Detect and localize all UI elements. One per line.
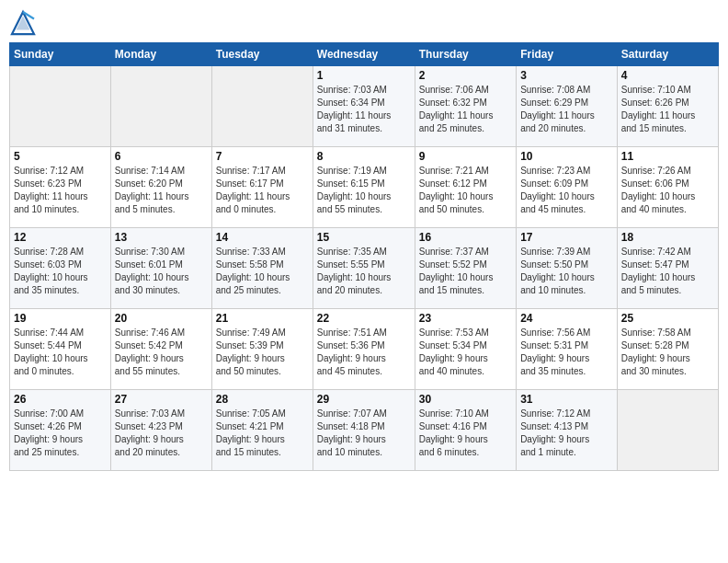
calendar-cell: 1Sunrise: 7:03 AM Sunset: 6:34 PM Daylig… <box>313 66 415 147</box>
calendar-week-row: 19Sunrise: 7:44 AM Sunset: 5:44 PM Dayli… <box>10 309 719 390</box>
day-info: Sunrise: 7:06 AM Sunset: 6:32 PM Dayligh… <box>419 84 512 135</box>
day-number: 10 <box>520 150 613 163</box>
weekday-header-monday: Monday <box>110 43 211 66</box>
page-header <box>9 9 719 37</box>
day-info: Sunrise: 7:37 AM Sunset: 5:52 PM Dayligh… <box>419 246 512 297</box>
day-info: Sunrise: 7:12 AM Sunset: 6:23 PM Dayligh… <box>14 165 107 216</box>
day-number: 3 <box>520 69 613 82</box>
day-info: Sunrise: 7:44 AM Sunset: 5:44 PM Dayligh… <box>14 327 107 378</box>
weekday-header-friday: Friday <box>517 43 618 66</box>
day-number: 26 <box>14 393 107 406</box>
calendar-cell: 7Sunrise: 7:17 AM Sunset: 6:17 PM Daylig… <box>211 147 313 228</box>
day-info: Sunrise: 7:28 AM Sunset: 6:03 PM Dayligh… <box>14 246 107 297</box>
calendar-cell: 27Sunrise: 7:03 AM Sunset: 4:23 PM Dayli… <box>110 390 211 471</box>
calendar-cell: 21Sunrise: 7:49 AM Sunset: 5:39 PM Dayli… <box>211 309 313 390</box>
calendar-cell: 17Sunrise: 7:39 AM Sunset: 5:50 PM Dayli… <box>517 228 618 309</box>
calendar-cell: 5Sunrise: 7:12 AM Sunset: 6:23 PM Daylig… <box>10 147 111 228</box>
day-info: Sunrise: 7:46 AM Sunset: 5:42 PM Dayligh… <box>115 327 208 378</box>
calendar-cell: 3Sunrise: 7:08 AM Sunset: 6:29 PM Daylig… <box>517 66 618 147</box>
day-number: 13 <box>115 231 208 244</box>
calendar-cell <box>110 66 211 147</box>
day-number: 25 <box>621 312 714 325</box>
day-number: 2 <box>419 69 512 82</box>
calendar-cell: 6Sunrise: 7:14 AM Sunset: 6:20 PM Daylig… <box>110 147 211 228</box>
day-info: Sunrise: 7:56 AM Sunset: 5:31 PM Dayligh… <box>520 327 613 378</box>
day-number: 7 <box>216 150 309 163</box>
calendar-cell: 28Sunrise: 7:05 AM Sunset: 4:21 PM Dayli… <box>211 390 313 471</box>
day-number: 16 <box>419 231 512 244</box>
day-info: Sunrise: 7:12 AM Sunset: 4:13 PM Dayligh… <box>520 408 613 459</box>
calendar-cell: 2Sunrise: 7:06 AM Sunset: 6:32 PM Daylig… <box>415 66 516 147</box>
calendar-cell: 19Sunrise: 7:44 AM Sunset: 5:44 PM Dayli… <box>10 309 111 390</box>
day-info: Sunrise: 7:00 AM Sunset: 4:26 PM Dayligh… <box>14 408 107 459</box>
day-info: Sunrise: 7:19 AM Sunset: 6:15 PM Dayligh… <box>317 165 411 216</box>
calendar-cell <box>617 390 718 471</box>
calendar-cell: 31Sunrise: 7:12 AM Sunset: 4:13 PM Dayli… <box>517 390 618 471</box>
weekday-header-wednesday: Wednesday <box>313 43 415 66</box>
calendar-cell: 22Sunrise: 7:51 AM Sunset: 5:36 PM Dayli… <box>313 309 415 390</box>
day-info: Sunrise: 7:58 AM Sunset: 5:28 PM Dayligh… <box>621 327 714 378</box>
calendar-cell: 30Sunrise: 7:10 AM Sunset: 4:16 PM Dayli… <box>415 390 516 471</box>
day-info: Sunrise: 7:10 AM Sunset: 4:16 PM Dayligh… <box>419 408 512 459</box>
day-info: Sunrise: 7:23 AM Sunset: 6:09 PM Dayligh… <box>520 165 613 216</box>
calendar-cell: 18Sunrise: 7:42 AM Sunset: 5:47 PM Dayli… <box>617 228 718 309</box>
day-number: 18 <box>621 231 714 244</box>
day-info: Sunrise: 7:42 AM Sunset: 5:47 PM Dayligh… <box>621 246 714 297</box>
day-number: 30 <box>419 393 512 406</box>
calendar-cell: 29Sunrise: 7:07 AM Sunset: 4:18 PM Dayli… <box>313 390 415 471</box>
weekday-header-tuesday: Tuesday <box>211 43 313 66</box>
day-info: Sunrise: 7:49 AM Sunset: 5:39 PM Dayligh… <box>216 327 309 378</box>
day-number: 19 <box>14 312 107 325</box>
day-number: 20 <box>115 312 208 325</box>
day-info: Sunrise: 7:53 AM Sunset: 5:34 PM Dayligh… <box>419 327 512 378</box>
day-number: 1 <box>317 69 411 82</box>
day-number: 17 <box>520 231 613 244</box>
day-number: 6 <box>115 150 208 163</box>
calendar-week-row: 26Sunrise: 7:00 AM Sunset: 4:26 PM Dayli… <box>10 390 719 471</box>
logo <box>9 9 40 37</box>
day-number: 27 <box>115 393 208 406</box>
calendar-table: SundayMondayTuesdayWednesdayThursdayFrid… <box>9 42 719 471</box>
calendar-cell: 13Sunrise: 7:30 AM Sunset: 6:01 PM Dayli… <box>110 228 211 309</box>
day-info: Sunrise: 7:03 AM Sunset: 4:23 PM Dayligh… <box>115 408 208 459</box>
day-number: 9 <box>419 150 512 163</box>
calendar-cell: 14Sunrise: 7:33 AM Sunset: 5:58 PM Dayli… <box>211 228 313 309</box>
calendar-cell: 4Sunrise: 7:10 AM Sunset: 6:26 PM Daylig… <box>617 66 718 147</box>
day-info: Sunrise: 7:05 AM Sunset: 4:21 PM Dayligh… <box>216 408 309 459</box>
weekday-header-row: SundayMondayTuesdayWednesdayThursdayFrid… <box>10 43 719 66</box>
weekday-header-sunday: Sunday <box>10 43 111 66</box>
day-info: Sunrise: 7:33 AM Sunset: 5:58 PM Dayligh… <box>216 246 309 297</box>
day-number: 14 <box>216 231 309 244</box>
calendar-week-row: 5Sunrise: 7:12 AM Sunset: 6:23 PM Daylig… <box>10 147 719 228</box>
day-info: Sunrise: 7:51 AM Sunset: 5:36 PM Dayligh… <box>317 327 411 378</box>
day-number: 29 <box>317 393 411 406</box>
day-info: Sunrise: 7:08 AM Sunset: 6:29 PM Dayligh… <box>520 84 613 135</box>
day-info: Sunrise: 7:26 AM Sunset: 6:06 PM Dayligh… <box>621 165 714 216</box>
day-info: Sunrise: 7:21 AM Sunset: 6:12 PM Dayligh… <box>419 165 512 216</box>
day-number: 31 <box>520 393 613 406</box>
day-number: 4 <box>621 69 714 82</box>
day-number: 23 <box>419 312 512 325</box>
day-info: Sunrise: 7:35 AM Sunset: 5:55 PM Dayligh… <box>317 246 411 297</box>
calendar-cell: 9Sunrise: 7:21 AM Sunset: 6:12 PM Daylig… <box>415 147 516 228</box>
calendar-cell: 16Sunrise: 7:37 AM Sunset: 5:52 PM Dayli… <box>415 228 516 309</box>
logo-icon <box>9 9 37 37</box>
day-number: 8 <box>317 150 411 163</box>
day-number: 11 <box>621 150 714 163</box>
calendar-cell <box>10 66 111 147</box>
calendar-cell: 23Sunrise: 7:53 AM Sunset: 5:34 PM Dayli… <box>415 309 516 390</box>
calendar-cell <box>211 66 313 147</box>
day-info: Sunrise: 7:03 AM Sunset: 6:34 PM Dayligh… <box>317 84 411 135</box>
day-number: 5 <box>14 150 107 163</box>
calendar-cell: 8Sunrise: 7:19 AM Sunset: 6:15 PM Daylig… <box>313 147 415 228</box>
day-number: 22 <box>317 312 411 325</box>
day-number: 24 <box>520 312 613 325</box>
day-number: 15 <box>317 231 411 244</box>
calendar-cell: 11Sunrise: 7:26 AM Sunset: 6:06 PM Dayli… <box>617 147 718 228</box>
day-info: Sunrise: 7:10 AM Sunset: 6:26 PM Dayligh… <box>621 84 714 135</box>
day-info: Sunrise: 7:39 AM Sunset: 5:50 PM Dayligh… <box>520 246 613 297</box>
calendar-cell: 24Sunrise: 7:56 AM Sunset: 5:31 PM Dayli… <box>517 309 618 390</box>
calendar-week-row: 1Sunrise: 7:03 AM Sunset: 6:34 PM Daylig… <box>10 66 719 147</box>
day-number: 21 <box>216 312 309 325</box>
calendar-cell: 15Sunrise: 7:35 AM Sunset: 5:55 PM Dayli… <box>313 228 415 309</box>
